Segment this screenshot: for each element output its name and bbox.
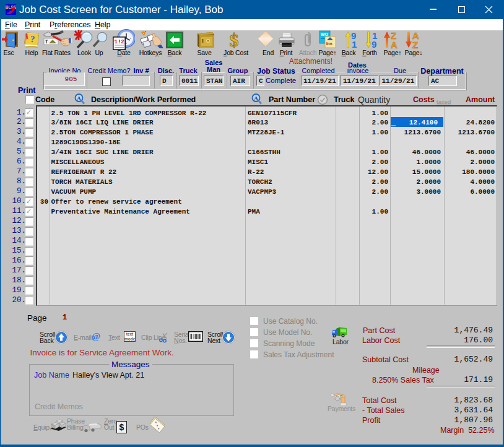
- svg-text:A: A: [77, 95, 81, 102]
- svg-text:9: 9: [371, 39, 376, 49]
- svg-text:A: A: [391, 40, 398, 49]
- svg-text:$: $: [230, 30, 239, 49]
- svg-text:Z: Z: [412, 40, 418, 49]
- svg-text:@: @: [92, 331, 100, 341]
- svg-text:A: A: [254, 95, 258, 102]
- svg-text:Inv.: Inv.: [326, 41, 333, 46]
- svg-text:?: ?: [30, 34, 35, 44]
- svg-text:WO: WO: [321, 32, 329, 37]
- svg-text:1: 1: [352, 39, 357, 49]
- svg-text:1!2: 1!2: [115, 39, 124, 45]
